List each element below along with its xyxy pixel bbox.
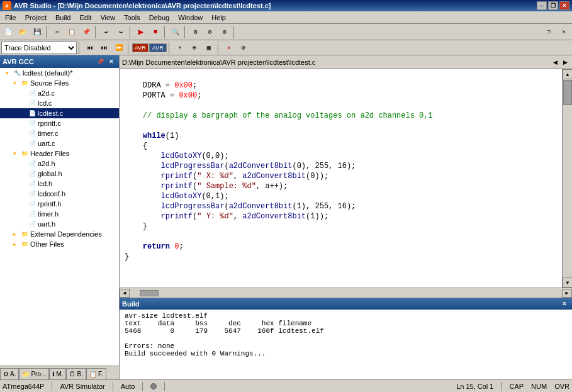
tree-item-lcdconfh[interactable]: 📄 lcdconf.h xyxy=(0,189,119,199)
timerh-file-icon: 📄 xyxy=(28,210,36,218)
left-panel-pin[interactable]: 📌 xyxy=(95,57,105,66)
trace-select[interactable]: Trace Disabled xyxy=(1,42,77,54)
vscroll-bar: ▲ ▼ xyxy=(562,69,572,288)
menu-debug[interactable]: Debug xyxy=(145,13,173,23)
left-tab-m-label: M. xyxy=(56,371,63,378)
tree-label-extdep: External Dependencies xyxy=(30,230,102,238)
tree-item-rprintfh[interactable]: 📄 rprintf.h xyxy=(0,199,119,209)
redo-button[interactable]: ↪ xyxy=(114,25,128,39)
left-tab-pro-icon: 📁 xyxy=(22,371,30,378)
tree-item-lcdc[interactable]: 📄 lcd.c xyxy=(0,98,119,108)
tree-item-other[interactable]: ▸ 📁 Other Files xyxy=(0,239,119,249)
code-nav-fwd[interactable]: ▶ xyxy=(561,58,569,67)
tree-label-lcdtest: lcdtest.c xyxy=(38,109,63,117)
code-main: D:\Mijn Documenten\elektronica\AVR proje… xyxy=(120,55,572,298)
copy-button[interactable]: 📋 xyxy=(65,25,79,39)
paste-button[interactable]: 📌 xyxy=(79,25,93,39)
build-line-4 xyxy=(125,335,567,342)
vscroll-thumb[interactable] xyxy=(563,80,572,105)
tree-item-source[interactable]: ▾ 📁 Source Files xyxy=(0,78,119,88)
window-title: AVR Studio - [D:\Mijn Documenten\elektro… xyxy=(14,2,271,9)
hscroll-thumb[interactable] xyxy=(140,290,159,296)
stop-btn[interactable]: ■ xyxy=(149,25,162,39)
build-close-btn[interactable]: ✕ xyxy=(559,300,569,308)
cut-button[interactable]: ✂ xyxy=(50,25,64,39)
tree-item-timerh[interactable]: 📄 timer.h xyxy=(0,209,119,219)
left-tab-m[interactable]: ℹ M. xyxy=(49,368,66,379)
restore-button[interactable]: ❐ xyxy=(548,1,558,10)
timer-file-icon: 📄 xyxy=(28,129,36,138)
open-button[interactable]: 📂 xyxy=(16,25,30,39)
tree-item-lcdh[interactable]: 📄 lcd.h xyxy=(0,179,119,189)
minimize-button[interactable]: ─ xyxy=(537,1,547,10)
menu-edit[interactable]: Edit xyxy=(76,13,95,23)
tree-item-uart[interactable]: 📄 uart.c xyxy=(0,138,119,148)
menu-tools[interactable]: Tools xyxy=(120,13,144,23)
tree-label-uarth: uart.h xyxy=(38,220,55,228)
build-line-3: 5468 0 179 5647 160f lcdtest.elf xyxy=(125,327,567,335)
tree-item-root[interactable]: ▾ 🔧 lcdtest (default)* xyxy=(0,68,119,78)
avr3-btn[interactable]: ▦ xyxy=(202,41,216,55)
build-line-5: Errors: none xyxy=(125,342,567,350)
trace-btn2[interactable]: ⏭ xyxy=(98,41,111,55)
tree-item-uarth[interactable]: 📄 uart.h xyxy=(0,219,119,229)
code-line: return 0; xyxy=(120,242,562,252)
tree-item-lcdtest[interactable]: 📄 lcdtest.c xyxy=(0,108,119,118)
search-button[interactable]: 🔍 xyxy=(169,25,182,39)
hscroll-right[interactable]: ▶ xyxy=(562,289,572,298)
tree-item-a2dh[interactable]: 📄 a2d.h xyxy=(0,159,119,169)
menu-view[interactable]: View xyxy=(96,13,119,23)
tb-extra2[interactable]: ⚙ xyxy=(203,25,217,39)
tree-item-rprintf[interactable]: 📄 rprintf.c xyxy=(0,118,119,128)
stop-btn2[interactable]: ✕ xyxy=(222,41,236,55)
settings-btn[interactable]: ⚙ xyxy=(237,41,250,55)
avrto-btn[interactable]: ⚡ xyxy=(173,41,187,55)
left-tab-pro[interactable]: 📁 Pro... xyxy=(19,368,49,379)
tree-label-header: Header Files xyxy=(30,150,69,157)
code-line xyxy=(120,101,562,111)
inner-close[interactable]: ✕ xyxy=(557,25,571,39)
hscroll-left[interactable]: ◀ xyxy=(120,289,130,298)
left-tab-f[interactable]: 📋 F. xyxy=(86,368,106,379)
menu-build[interactable]: Build xyxy=(52,13,74,23)
left-tab-a[interactable]: ⚙ A. xyxy=(0,368,19,379)
code-line: lcdProgressBar(a2dConvert8bit(1), 255, 1… xyxy=(120,201,562,211)
build-line-6: Build succeeded with 0 Warnings... xyxy=(125,350,567,357)
save-button[interactable]: 💾 xyxy=(30,25,44,39)
tree-label-timerh: timer.h xyxy=(38,210,59,218)
menu-help[interactable]: Help xyxy=(208,13,230,23)
vscroll-up[interactable]: ▲ xyxy=(563,69,572,79)
close-button[interactable]: ✕ xyxy=(559,1,569,10)
code-area[interactable]: DDRA = 0x00; PORTA = 0x00; // display a … xyxy=(120,69,562,288)
menu-file[interactable]: File xyxy=(1,13,20,23)
code-line: rprintf(" X: %d", a2dConvert8bit(0)); xyxy=(120,171,562,181)
build-line-1: avr-size lcdtest.elf xyxy=(125,312,567,320)
tree-item-extdep[interactable]: ▸ 📁 External Dependencies xyxy=(0,229,119,239)
code-line xyxy=(120,232,562,242)
trace-btn3[interactable]: ⏩ xyxy=(112,41,126,55)
menu-window[interactable]: Window xyxy=(174,13,206,23)
chip-indicator: AVR xyxy=(132,43,149,52)
left-panel-close[interactable]: ✕ xyxy=(106,57,116,66)
code-nav-back[interactable]: ◀ xyxy=(551,58,559,67)
new-button[interactable]: 📄 xyxy=(1,25,15,39)
tree-item-header[interactable]: ▾ 📁 Header Files xyxy=(0,148,119,159)
avrio-btn[interactable]: ⊕ xyxy=(188,41,201,55)
lcdconfh-file-icon: 📄 xyxy=(28,189,36,198)
tb-extra1[interactable]: ⚙ xyxy=(189,25,203,39)
status-position: Ln 15, Col 1 xyxy=(456,383,493,390)
trace-btn1[interactable]: ⏮ xyxy=(83,41,97,55)
tb-extra3[interactable]: ⚙ xyxy=(218,25,232,39)
tree-item-timer[interactable]: 📄 timer.c xyxy=(0,128,119,138)
vscroll-down[interactable]: ▼ xyxy=(563,277,572,288)
tree-item-globalh[interactable]: 📄 global.h xyxy=(0,169,119,179)
tree-item-a2dc[interactable]: 📄 a2d.c xyxy=(0,88,119,98)
left-tab-b[interactable]: 🗒 B. xyxy=(66,368,86,379)
vscroll-track[interactable] xyxy=(563,79,572,277)
build-btn[interactable]: ▶ xyxy=(134,25,148,39)
extdep-folder-icon: 📁 xyxy=(20,230,29,238)
undo-button[interactable]: ↩ xyxy=(99,25,113,39)
inner-restore[interactable]: ❐ xyxy=(542,25,556,39)
menu-project[interactable]: Project xyxy=(21,13,50,23)
tree-label-lcdh: lcd.h xyxy=(38,180,52,188)
